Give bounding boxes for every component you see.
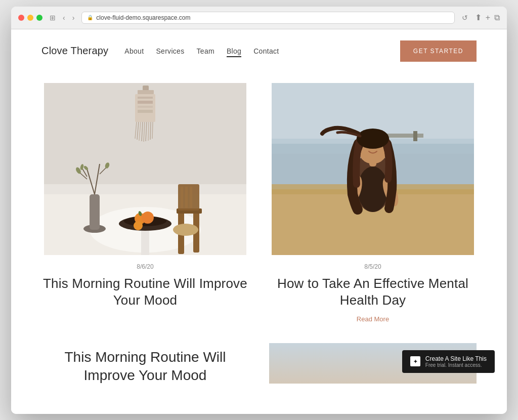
browser-controls: ⊞ ‹ › [48, 13, 76, 23]
svg-point-54 [358, 166, 388, 212]
squarespace-banner[interactable]: ✦ Create A Site Like This Free trial. In… [402, 350, 495, 373]
blog-card-1-meta: 8/6/20 This Morning Routine Will Improve… [41, 263, 249, 310]
svg-point-30 [173, 224, 198, 236]
blog-card-1: 8/6/20 This Morning Routine Will Improve… [41, 83, 249, 323]
nav-link-team[interactable]: Team [197, 47, 214, 55]
website: Clove Therapy About Services Team Blog [11, 29, 507, 414]
reload-button[interactable]: ↺ [460, 13, 470, 23]
nav-link-contact[interactable]: Contact [253, 47, 279, 55]
minimize-button[interactable] [27, 15, 33, 21]
blog-card-2-meta: 8/5/20 How to Take An Effective Mental H… [269, 263, 477, 323]
blog-content: 8/6/20 This Morning Routine Will Improve… [11, 73, 507, 385]
nav-item-about[interactable]: About [124, 47, 144, 56]
svg-rect-8 [138, 110, 153, 113]
svg-rect-3 [138, 90, 154, 94]
svg-rect-32 [181, 187, 183, 208]
nav-links: About Services Team Blog Contact [124, 47, 279, 56]
svg-rect-36 [90, 194, 100, 230]
interior-scene-svg [41, 83, 249, 255]
nav-link-services[interactable]: Services [156, 47, 184, 55]
nav-item-team[interactable]: Team [197, 47, 214, 56]
nav-left: Clove Therapy About Services Team Blog [41, 45, 279, 57]
share-icon[interactable]: ⬆ [475, 13, 482, 22]
svg-point-59 [357, 129, 389, 149]
svg-rect-20 [141, 230, 149, 255]
svg-point-25 [134, 221, 143, 230]
squarespace-main-text: Create A Site Like This [425, 355, 487, 362]
squarespace-banner-text: Create A Site Like This Free trial. Inst… [425, 355, 487, 368]
blog-card-2-date: 8/5/20 [269, 263, 477, 270]
svg-rect-6 [138, 101, 153, 104]
svg-rect-34 [190, 187, 192, 208]
svg-rect-5 [138, 97, 153, 99]
lock-icon: 🔒 [87, 15, 93, 20]
blog-grid: 8/6/20 This Morning Routine Will Improve… [11, 73, 507, 344]
navigation: Clove Therapy About Services Team Blog [11, 29, 507, 73]
beach-scene-svg [269, 83, 477, 255]
browser-actions: ⬆ + ⧉ [475, 13, 500, 22]
blog-card-2: 8/5/20 How to Take An Effective Mental H… [269, 83, 477, 323]
read-more-link[interactable]: Read More [269, 315, 477, 323]
nav-item-blog[interactable]: Blog [227, 47, 241, 56]
sidebar-toggle-button[interactable]: ⊞ [48, 13, 58, 23]
windows-icon[interactable]: ⧉ [494, 13, 500, 22]
blog-card-3: This Morning Routine Will Improve Your M… [41, 343, 249, 385]
svg-line-15 [148, 122, 149, 141]
svg-line-16 [150, 122, 151, 140]
new-tab-icon[interactable]: + [486, 13, 490, 22]
browser-chrome: ⊞ ‹ › 🔒 clove-fluid-demo.squarespace.com… [11, 7, 507, 29]
nav-link-about[interactable]: About [124, 47, 144, 55]
browser-window: ⊞ ‹ › 🔒 clove-fluid-demo.squarespace.com… [11, 7, 507, 414]
url-text: clove-fluid-demo.squarespace.com [96, 14, 190, 21]
squarespace-logo: ✦ [410, 356, 420, 366]
nav-item-contact[interactable]: Contact [253, 47, 279, 56]
blog-card-3-title: This Morning Routine Will Improve Your M… [41, 348, 249, 385]
svg-rect-50 [413, 131, 417, 141]
svg-rect-2 [143, 86, 149, 91]
nav-link-blog[interactable]: Blog [227, 47, 241, 57]
site-title[interactable]: Clove Therapy [41, 45, 108, 57]
maximize-button[interactable] [36, 15, 42, 21]
blog-card-1-image[interactable] [41, 83, 249, 255]
blog-card-2-image[interactable] [269, 83, 477, 255]
close-button[interactable] [18, 15, 24, 21]
blog-card-1-date: 8/6/20 [41, 263, 249, 270]
nav-item-services[interactable]: Services [156, 47, 184, 56]
blog-card-2-title: How to Take An Effective Mental Health D… [269, 275, 477, 310]
svg-rect-7 [138, 106, 153, 108]
svg-point-24 [142, 212, 154, 224]
forward-button[interactable]: › [70, 13, 77, 23]
blog-card-1-title: This Morning Routine Will Improve Your M… [41, 275, 249, 310]
back-button[interactable]: ‹ [61, 13, 67, 23]
squarespace-sub-text: Free trial. Instant access. [425, 362, 487, 368]
svg-line-17 [152, 122, 153, 139]
get-started-button[interactable]: GET STARTED [400, 40, 477, 62]
address-bar[interactable]: 🔒 clove-fluid-demo.squarespace.com [81, 12, 454, 24]
svg-rect-33 [185, 187, 188, 208]
traffic-lights [18, 15, 42, 21]
